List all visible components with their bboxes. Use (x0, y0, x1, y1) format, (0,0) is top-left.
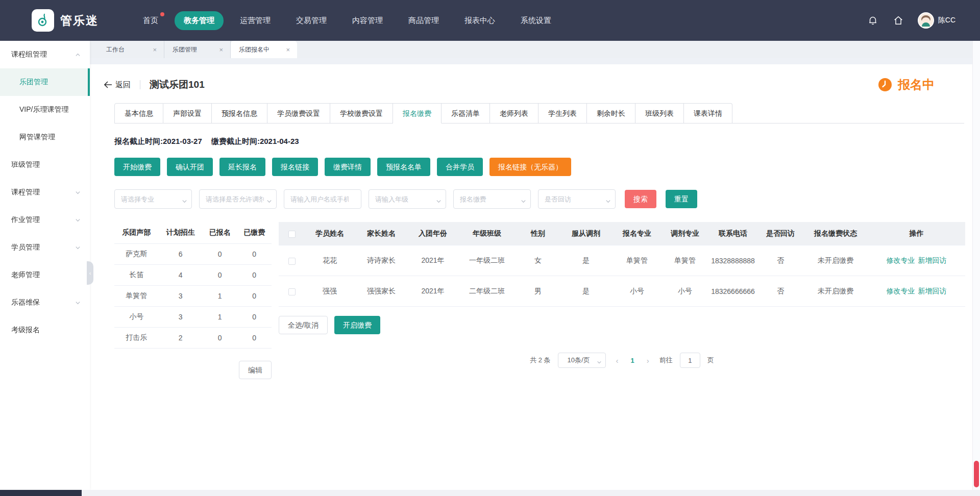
reset-button[interactable]: 重置 (666, 190, 697, 208)
table-cell: 0 (237, 307, 272, 328)
op-link-修改专业[interactable]: 修改专业 (887, 256, 915, 264)
workspace-tab-乐团管理[interactable]: 乐团管理× (164, 41, 231, 58)
table-cell: 长笛 (114, 265, 158, 286)
chevron-up-icon (75, 52, 81, 58)
tab-课表详情[interactable]: 课表详情 (684, 103, 732, 123)
filter-field-input[interactable] (121, 195, 179, 203)
edit-button[interactable]: 编辑 (239, 361, 272, 379)
sidebar-item-网管课管理[interactable]: 网管课管理 (0, 123, 90, 151)
sidebar-item-考级报名[interactable]: 考级报名 (0, 316, 90, 344)
students-col-调剂专业: 调剂专业 (662, 226, 708, 241)
filter-field-input[interactable] (206, 195, 264, 203)
row-checkbox[interactable] (288, 288, 296, 295)
notification-bell-icon[interactable] (867, 14, 879, 27)
filter-select-4[interactable] (453, 189, 531, 209)
filter-select-5[interactable] (538, 189, 616, 209)
user-menu[interactable]: 陈CC (918, 12, 955, 29)
prev-page-button[interactable]: ‹ (613, 356, 622, 365)
chevron-down-icon (75, 245, 81, 251)
workspace-tab-label: 乐团管理 (173, 45, 197, 54)
nav-item-运营管理[interactable]: 运营管理 (231, 11, 280, 30)
filter-select-0[interactable] (114, 189, 192, 209)
next-page-button[interactable]: › (644, 356, 652, 365)
nav-item-系统设置[interactable]: 系统设置 (511, 11, 560, 30)
goto-page-input[interactable] (680, 353, 700, 368)
tab-学校缴费设置[interactable]: 学校缴费设置 (330, 103, 393, 123)
students-panel: 学员姓名家长姓名入团年份年级班级性别服从调剂报名专业调剂专业联系电话是否回访报名… (279, 222, 965, 379)
students-col-年级班级: 年级班级 (457, 226, 517, 241)
vertical-scrollbar[interactable] (972, 41, 980, 490)
nav-item-教务管理[interactable]: 教务管理 (175, 11, 224, 30)
tab-学生列表[interactable]: 学生列表 (538, 103, 587, 123)
tab-声部设置[interactable]: 声部设置 (163, 103, 212, 123)
tab-班级列表[interactable]: 班级列表 (635, 103, 684, 123)
filter-field-input[interactable] (545, 195, 603, 203)
sidebar-item-课程组管理[interactable]: 课程组管理 (0, 41, 90, 68)
table-cell: 18328888888 (708, 254, 757, 268)
op-link-新增回访[interactable]: 新增回访 (918, 256, 947, 264)
sidebar-collapse-handle[interactable]: ‹ (87, 261, 93, 285)
sidebar-item-老师管理[interactable]: 老师管理 (0, 261, 90, 289)
select-all-button[interactable]: 全选/取消 (279, 316, 328, 334)
table-cell: 是 (559, 284, 612, 299)
voice-part-table: 乐团声部计划招生已报名已缴费 萨克斯600长笛400单簧管310小号310打击乐… (114, 222, 272, 349)
tab-预报名信息[interactable]: 预报名信息 (212, 103, 267, 123)
workspace-tab-乐团报名中[interactable]: 乐团报名中× (231, 41, 297, 58)
tab-剩余时长[interactable]: 剩余时长 (587, 103, 635, 123)
sidebar-item-乐团管理[interactable]: 乐团管理 (0, 68, 90, 96)
sidebar-item-班级管理[interactable]: 班级管理 (0, 151, 90, 179)
logo-icon (32, 9, 54, 32)
close-icon[interactable]: × (286, 46, 290, 54)
op-link-修改专业[interactable]: 修改专业 (887, 287, 915, 295)
action-button-orange[interactable]: 报名链接（无乐器） (489, 158, 571, 176)
search-button[interactable]: 搜索 (625, 190, 656, 208)
tab-基本信息[interactable]: 基本信息 (114, 103, 163, 123)
current-page[interactable]: 1 (629, 357, 636, 364)
tab-老师列表[interactable]: 老师列表 (490, 103, 538, 123)
sidebar-item-VIP/乐理课管理[interactable]: VIP/乐理课管理 (0, 96, 90, 123)
nav-item-内容管理[interactable]: 内容管理 (343, 11, 392, 30)
table-cell: 4 (158, 265, 202, 286)
filter-select-3[interactable] (369, 189, 446, 209)
op-link-新增回访[interactable]: 新增回访 (918, 287, 947, 295)
filter-select-1[interactable] (199, 189, 277, 209)
row-checkbox[interactable] (288, 258, 296, 265)
workspace-tab-label: 工作台 (106, 45, 125, 54)
divider (140, 80, 140, 89)
close-icon[interactable]: × (219, 46, 223, 54)
filter-field-input[interactable] (460, 195, 518, 203)
filter-field-input[interactable] (375, 195, 433, 203)
students-col-是否回访: 是否回访 (757, 226, 803, 241)
sidebar-item-作业管理[interactable]: 作业管理 (0, 206, 90, 234)
students-col-操作: 操作 (868, 226, 965, 241)
tab-乐器清单[interactable]: 乐器清单 (442, 103, 490, 123)
tab-学员缴费设置[interactable]: 学员缴费设置 (267, 103, 330, 123)
sidebar-item-课程管理[interactable]: 课程管理 (0, 179, 90, 206)
action-button-合并学员[interactable]: 合并学员 (437, 158, 483, 176)
close-icon[interactable]: × (153, 46, 157, 54)
home-icon[interactable] (892, 14, 904, 27)
action-button-预报名名单[interactable]: 预报名名单 (377, 158, 430, 176)
action-button-缴费详情[interactable]: 缴费详情 (325, 158, 371, 176)
workspace-tab-工作台[interactable]: 工作台× (98, 41, 164, 58)
action-button-报名链接[interactable]: 报名链接 (272, 158, 318, 176)
start-payment-button[interactable]: 开启缴费 (334, 316, 380, 334)
action-button-确认开团[interactable]: 确认开团 (167, 158, 213, 176)
table-cell: 3 (158, 286, 202, 307)
scrollbar-thumb[interactable] (974, 461, 979, 487)
filter-input-2[interactable] (284, 189, 361, 209)
chevron-down-icon (521, 197, 526, 206)
nav-item-商品管理[interactable]: 商品管理 (399, 11, 448, 30)
back-button[interactable]: 返回 (104, 80, 131, 90)
filter-field-input[interactable] (290, 195, 349, 203)
select-all-checkbox[interactable] (288, 231, 296, 238)
nav-item-报表中心[interactable]: 报表中心 (455, 11, 504, 30)
sidebar-item-乐器维保[interactable]: 乐器维保 (0, 289, 90, 316)
nav-item-首页[interactable]: 首页 (134, 11, 167, 30)
tab-报名缴费[interactable]: 报名缴费 (393, 103, 442, 123)
page-size-select[interactable]: 10条/页 (558, 353, 606, 368)
action-button-延长报名[interactable]: 延长报名 (219, 158, 265, 176)
sidebar-item-学员管理[interactable]: 学员管理 (0, 234, 90, 261)
action-button-开始缴费[interactable]: 开始缴费 (114, 158, 160, 176)
nav-item-交易管理[interactable]: 交易管理 (287, 11, 336, 30)
